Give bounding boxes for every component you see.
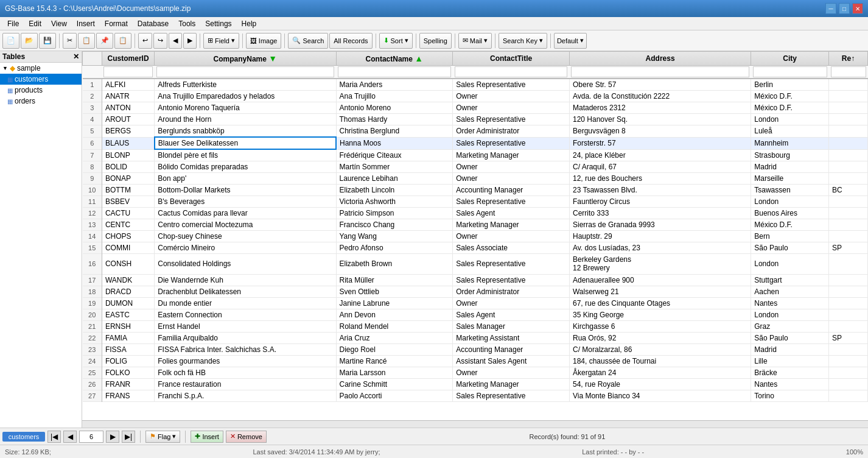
- cell-contacttitle[interactable]: Sales Representative: [453, 79, 570, 91]
- field-button[interactable]: ⊞ Field ▾: [203, 33, 239, 49]
- cell-companyname[interactable]: Folk och fä HB: [155, 367, 336, 378]
- cell-region[interactable]: SP: [829, 242, 868, 254]
- col-header-contactname[interactable]: ContactName ▲: [336, 52, 453, 66]
- cell-contacttitle[interactable]: Sales Manager: [453, 320, 570, 332]
- mail-button[interactable]: ✉ Mail ▾: [458, 33, 492, 49]
- cell-contactname[interactable]: Patricio Simpson: [336, 208, 453, 219]
- table-row[interactable]: 13CENTCCentro comercial MoctezumaFrancis…: [83, 219, 868, 231]
- cell-contacttitle[interactable]: Accounting Manager: [453, 185, 570, 196]
- cell-region[interactable]: [829, 286, 868, 297]
- cell-contacttitle[interactable]: Assistant Sales Agent: [453, 355, 570, 367]
- cell-customerid[interactable]: CONSH: [102, 254, 154, 275]
- table-row[interactable]: 3ANTONAntonio Moreno TaqueríaAntonio Mor…: [83, 102, 868, 114]
- cell-contactname[interactable]: Aria Cruz: [336, 332, 453, 344]
- cell-contactname[interactable]: Elizabeth Brown: [336, 254, 453, 275]
- table-row[interactable]: 20EASTCEastern ConnectionAnn DevonSales …: [83, 309, 868, 320]
- table-row[interactable]: 6BLAUSBlauer See DelikatessenHanna MoosS…: [83, 137, 868, 149]
- insert-button[interactable]: ✚ Insert: [191, 431, 223, 443]
- cell-customerid[interactable]: ERNSH: [102, 320, 154, 332]
- cell-customerid[interactable]: BONAP: [102, 173, 154, 185]
- cell-companyname[interactable]: Alfreds Futterkiste: [155, 79, 336, 91]
- table-row[interactable]: 27FRANSFranchi S.p.A.Paolo AccortiSales …: [83, 390, 868, 401]
- cell-contacttitle[interactable]: Owner: [453, 297, 570, 309]
- menu-edit[interactable]: Edit: [24, 18, 46, 29]
- cell-contactname[interactable]: Maria Larsson: [336, 367, 453, 378]
- cell-contacttitle[interactable]: Marketing Manager: [453, 149, 570, 161]
- cell-region[interactable]: [829, 254, 868, 275]
- cell-address[interactable]: 67, rue des Cinquante Otages: [569, 297, 751, 309]
- cell-region[interactable]: [829, 114, 868, 125]
- flag-button[interactable]: ⚑ Flag ▾: [145, 431, 180, 443]
- cell-city[interactable]: Bräcke: [751, 367, 829, 378]
- cell-address[interactable]: Hauptstr. 29: [569, 231, 751, 242]
- cell-region[interactable]: [829, 344, 868, 355]
- filter-region-input[interactable]: [831, 66, 866, 77]
- cell-address[interactable]: Cerrito 333: [569, 208, 751, 219]
- cell-companyname[interactable]: Bon app': [155, 173, 336, 185]
- nav-next-button[interactable]: ▶: [106, 431, 119, 443]
- filter-contacttitle[interactable]: [453, 66, 570, 79]
- cell-city[interactable]: Lille: [751, 355, 829, 367]
- filter-address-input[interactable]: [571, 66, 749, 77]
- cell-region[interactable]: [829, 355, 868, 367]
- cell-companyname[interactable]: B's Beverages: [155, 196, 336, 208]
- remove-button[interactable]: ✕ Remove: [226, 431, 267, 443]
- nav-first-button[interactable]: |◀: [47, 431, 61, 443]
- menu-settings[interactable]: Settings: [200, 18, 236, 29]
- cell-contactname[interactable]: Elizabeth Lincoln: [336, 185, 453, 196]
- cell-contacttitle[interactable]: Marketing Manager: [453, 378, 570, 390]
- cell-customerid[interactable]: CHOPS: [102, 231, 154, 242]
- cell-region[interactable]: [829, 208, 868, 219]
- horizontal-scrollbar[interactable]: [82, 420, 868, 428]
- cell-address[interactable]: Berguvsvägen 8: [569, 125, 751, 138]
- table-row[interactable]: 26FRANRFrance restaurationCarine Schmitt…: [83, 378, 868, 390]
- cell-region[interactable]: [829, 367, 868, 378]
- close-button[interactable]: ✕: [852, 3, 863, 14]
- cell-customerid[interactable]: FAMIA: [102, 332, 154, 344]
- cell-customerid[interactable]: ANTON: [102, 102, 154, 114]
- maximize-button[interactable]: □: [839, 3, 850, 14]
- filter-companyname[interactable]: [155, 66, 336, 79]
- table-row[interactable]: 10BOTTMBottom-Dollar MarketsElizabeth Li…: [83, 185, 868, 196]
- cell-companyname[interactable]: Blauer See Delikatessen: [155, 137, 336, 149]
- filter-customerid[interactable]: [102, 66, 154, 79]
- cell-contactname[interactable]: Yang Wang: [336, 231, 453, 242]
- cell-contacttitle[interactable]: Owner: [453, 173, 570, 185]
- cell-address[interactable]: 12, rue des Bouchers: [569, 173, 751, 185]
- cell-companyname[interactable]: Antonio Moreno Taquería: [155, 102, 336, 114]
- cell-customerid[interactable]: BLONP: [102, 149, 154, 161]
- table-row[interactable]: 17WANDKDie Wandernde KuhRita MüllerSales…: [83, 274, 868, 286]
- nav-last-button[interactable]: ▶|: [122, 431, 135, 443]
- cell-address[interactable]: Walserweg 21: [569, 286, 751, 297]
- cell-city[interactable]: São Paulo: [751, 332, 829, 344]
- cell-address[interactable]: Av. dos Lusíadas, 23: [569, 242, 751, 254]
- cell-city[interactable]: Strasbourg: [751, 149, 829, 161]
- cell-customerid[interactable]: CACTU: [102, 208, 154, 219]
- cell-contactname[interactable]: Maria Anders: [336, 79, 453, 91]
- col-header-contacttitle[interactable]: ContactTitle: [453, 52, 570, 66]
- cell-address[interactable]: Fauntleroy Circus: [569, 196, 751, 208]
- cell-contacttitle[interactable]: Accounting Manager: [453, 344, 570, 355]
- table-row[interactable]: 8BOLIDBólido Comidas preparadasMartín So…: [83, 161, 868, 173]
- cell-customerid[interactable]: FRANS: [102, 390, 154, 401]
- cell-city[interactable]: Tsawassen: [751, 185, 829, 196]
- tree-item-orders[interactable]: ▦ orders: [0, 96, 82, 107]
- cell-address[interactable]: C/ Araquil, 67: [569, 161, 751, 173]
- cell-customerid[interactable]: BOTTM: [102, 185, 154, 196]
- cut-button[interactable]: ✂: [63, 33, 77, 49]
- cell-companyname[interactable]: Die Wandernde Kuh: [155, 274, 336, 286]
- table-row[interactable]: 2ANATRAna Trujillo Emparedados y helados…: [83, 91, 868, 102]
- menu-help[interactable]: Help: [237, 18, 262, 29]
- cell-region[interactable]: BC: [829, 185, 868, 196]
- cell-contacttitle[interactable]: Sales Agent: [453, 208, 570, 219]
- cell-region[interactable]: SP: [829, 332, 868, 344]
- filter-region[interactable]: [829, 66, 868, 79]
- tree-item-customers[interactable]: ▦ customers: [0, 74, 82, 85]
- cell-city[interactable]: Nantes: [751, 297, 829, 309]
- cell-address[interactable]: 54, rue Royale: [569, 378, 751, 390]
- cell-contactname[interactable]: Thomas Hardy: [336, 114, 453, 125]
- image-button[interactable]: 🖼 Image: [246, 33, 282, 49]
- cell-companyname[interactable]: FISSA Fabrica Inter. Salchichas S.A.: [155, 344, 336, 355]
- cell-contactname[interactable]: Christina Berglund: [336, 125, 453, 138]
- cell-companyname[interactable]: Bólido Comidas preparadas: [155, 161, 336, 173]
